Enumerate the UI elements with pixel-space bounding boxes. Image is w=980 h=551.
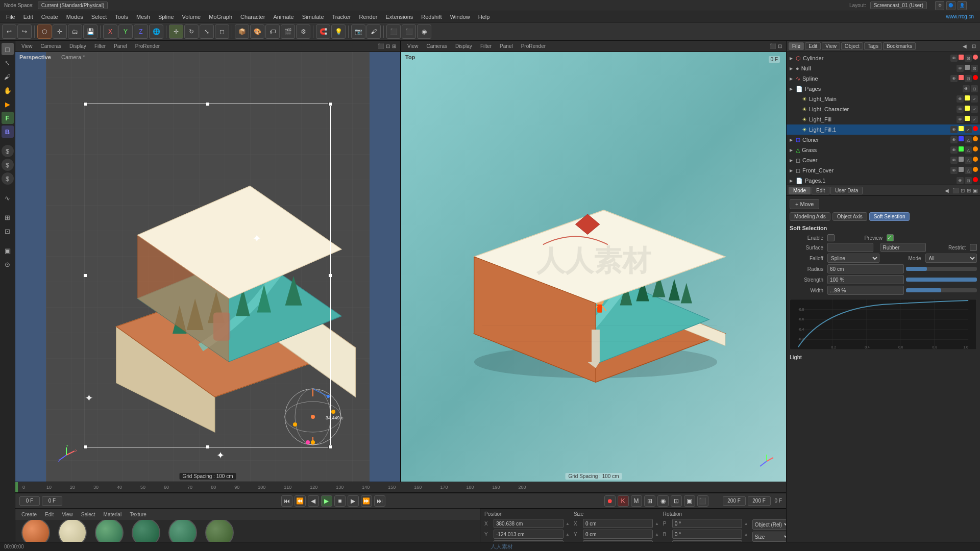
menu-tools[interactable]: Tools bbox=[111, 13, 132, 21]
tool-snap2[interactable]: ⊡ bbox=[2, 225, 14, 237]
transport-record[interactable]: ⏺ bbox=[604, 495, 616, 507]
tool-paint[interactable]: 🖌 bbox=[2, 70, 14, 83]
coord-system-select[interactable]: Object (Rel) World bbox=[752, 519, 791, 530]
tb-paint[interactable]: 🖌 bbox=[366, 24, 381, 39]
vp-menu-filter-l[interactable]: Filter bbox=[92, 43, 108, 49]
mat-menu-select[interactable]: Select bbox=[79, 511, 97, 518]
tb-x[interactable]: X bbox=[103, 24, 117, 39]
scene-tab-tags[interactable]: Tags bbox=[864, 42, 882, 50]
tb-scale[interactable]: ⤡ bbox=[200, 24, 214, 39]
menu-create[interactable]: Create bbox=[37, 13, 62, 21]
preview-checkbox[interactable]: ✓ bbox=[887, 234, 894, 241]
tree-item-light-char[interactable]: ☀ Light_Character 👁 ✓ bbox=[787, 104, 980, 114]
scene-tab-bookmarks[interactable]: Bookmarks bbox=[883, 42, 916, 50]
pos-x-up[interactable]: ▲ bbox=[566, 521, 570, 526]
vp-menu-cameras-r[interactable]: Cameras bbox=[425, 43, 450, 49]
tb-obj[interactable]: 📦 bbox=[235, 24, 249, 39]
tree-item-spline[interactable]: ▶ ∿ Spline 👁 ⊡ bbox=[787, 73, 980, 84]
transport-icon3[interactable]: ⊡ bbox=[671, 495, 682, 507]
tb-new[interactable]: ✛ bbox=[53, 24, 67, 39]
strength-slider[interactable] bbox=[906, 278, 977, 282]
tool-select[interactable]: ◻ bbox=[2, 43, 14, 55]
rot-b[interactable] bbox=[672, 530, 742, 539]
transport-icon2[interactable]: ◉ bbox=[657, 495, 669, 507]
transport-icon5[interactable]: ⬛ bbox=[697, 495, 708, 507]
frame-current-input[interactable] bbox=[19, 496, 40, 506]
tb-filter[interactable]: ⬛ bbox=[386, 24, 401, 39]
transport-next-frame[interactable]: ▶ bbox=[348, 495, 359, 507]
pos-y-up[interactable]: ▲ bbox=[566, 532, 570, 537]
transport-next-key[interactable]: ⏩ bbox=[361, 495, 372, 507]
tb-move[interactable]: ✛ bbox=[169, 24, 183, 39]
transport-icon1[interactable]: ⊞ bbox=[644, 495, 655, 507]
tb-open[interactable]: 🗂 bbox=[68, 24, 82, 39]
surface-input[interactable] bbox=[827, 243, 873, 252]
menu-redshift[interactable]: Redshift bbox=[417, 13, 446, 21]
radius-input[interactable] bbox=[827, 264, 904, 273]
tb-icon1[interactable]: ⬛ bbox=[402, 24, 416, 39]
tree-item-cover[interactable]: ▶ ◻ Cover 👁 △ bbox=[787, 155, 980, 165]
vp-menu-view-r[interactable]: View bbox=[405, 43, 421, 49]
enable-checkbox[interactable] bbox=[827, 234, 835, 241]
tb-mat[interactable]: 🎨 bbox=[250, 24, 264, 39]
menu-select[interactable]: Select bbox=[87, 13, 111, 21]
tb-rotate[interactable]: ↻ bbox=[184, 24, 199, 39]
soft-selection-btn[interactable]: Soft Selection bbox=[869, 212, 910, 221]
viewport-perspective[interactable]: View Cameras Display Filter Panel ProRen… bbox=[15, 41, 401, 482]
tree-item-pages[interactable]: ▶ 📄 Pages 👁 ⊡ bbox=[787, 84, 980, 94]
vp-menu-prorender-l[interactable]: ProRender bbox=[133, 43, 162, 49]
width-slider[interactable] bbox=[906, 288, 977, 292]
props-tab-edit[interactable]: Edit bbox=[812, 187, 829, 194]
size-mode-select[interactable]: Size Scale bbox=[752, 532, 791, 542]
vp-menu-panel-r[interactable]: Panel bbox=[498, 43, 515, 49]
rot-p-up[interactable]: ▲ bbox=[744, 521, 748, 526]
tb-undo[interactable]: ↩ bbox=[2, 24, 16, 39]
viewport-top[interactable]: View Cameras Display Filter Panel ProRen… bbox=[401, 41, 786, 482]
transport-prev-key[interactable]: ⏪ bbox=[295, 495, 306, 507]
vp-menu-display-r[interactable]: Display bbox=[453, 43, 474, 49]
scene-tab-view[interactable]: View bbox=[822, 42, 840, 50]
menu-window[interactable]: Window bbox=[446, 13, 474, 21]
menu-spline[interactable]: Spline bbox=[154, 13, 178, 21]
strength-input[interactable] bbox=[827, 275, 904, 284]
transport-stop[interactable]: ■ bbox=[334, 495, 346, 507]
frame-display[interactable] bbox=[42, 496, 62, 506]
move-button[interactable]: + Move bbox=[790, 199, 819, 209]
menu-animate[interactable]: Animate bbox=[269, 13, 298, 21]
tool-s1[interactable]: $ bbox=[2, 145, 14, 157]
menu-mesh[interactable]: Mesh bbox=[132, 13, 154, 21]
menu-tracker[interactable]: Tracker bbox=[328, 13, 355, 21]
vp-menu-view-l[interactable]: View bbox=[19, 43, 35, 49]
icon-btn-1[interactable]: ⚙ bbox=[935, 1, 944, 10]
tb-tag[interactable]: 🏷 bbox=[265, 24, 280, 39]
vp-menu-filter-r[interactable]: Filter bbox=[478, 43, 494, 49]
tb-light[interactable]: 💡 bbox=[331, 24, 346, 39]
rubber-input[interactable] bbox=[880, 243, 926, 252]
tb-redo[interactable]: ↪ bbox=[17, 24, 32, 39]
frame-total[interactable] bbox=[723, 496, 746, 506]
transport-prev-frame[interactable]: ◀ bbox=[308, 495, 319, 507]
vp-menu-display-l[interactable]: Display bbox=[67, 43, 88, 49]
layout-value[interactable]: Screencast_01 (User) bbox=[870, 2, 927, 9]
transport-auto-key[interactable]: K bbox=[618, 495, 629, 507]
tool-knife[interactable]: ▶ bbox=[2, 98, 14, 110]
transport-go-start[interactable]: ⏮ bbox=[281, 495, 292, 507]
menu-edit[interactable]: Edit bbox=[19, 13, 37, 21]
tool-dot[interactable]: ⊙ bbox=[2, 258, 14, 270]
tb-cam[interactable]: 📷 bbox=[351, 24, 365, 39]
scene-tab-object[interactable]: Object bbox=[841, 42, 863, 50]
mat-menu-edit[interactable]: Edit bbox=[43, 511, 56, 518]
menu-help[interactable]: Help bbox=[474, 13, 494, 21]
transport-motion[interactable]: M bbox=[631, 495, 642, 507]
vp-menu-prorender-r[interactable]: ProRender bbox=[519, 43, 548, 49]
transport-go-end[interactable]: ⏭ bbox=[374, 495, 385, 507]
vp-menu-cameras-l[interactable]: Cameras bbox=[39, 43, 64, 49]
falloff-select[interactable]: Spline Linear bbox=[827, 254, 879, 263]
tree-item-grass[interactable]: ▶ △ Grass 👁 △ bbox=[787, 145, 980, 155]
vp-menu-panel-l[interactable]: Panel bbox=[112, 43, 129, 49]
node-space-value[interactable]: Current (Standard/Physical) bbox=[38, 2, 108, 9]
transport-icon4[interactable]: ▣ bbox=[684, 495, 695, 507]
tb-world[interactable]: 🌐 bbox=[149, 24, 163, 39]
menu-mograph[interactable]: MoGraph bbox=[205, 13, 236, 21]
props-tab-mode[interactable]: Mode bbox=[789, 187, 811, 194]
